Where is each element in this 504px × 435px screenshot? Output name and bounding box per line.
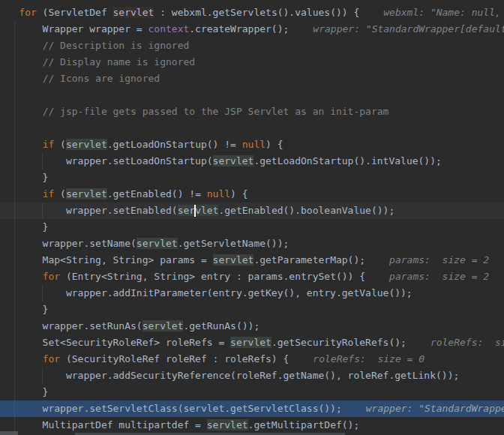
- partial-next-line-gutter-highlight: [0, 431, 18, 435]
- code-token: MultipartDef multipartdef =: [0, 419, 207, 430]
- code-line[interactable]: Map<String, String> params = servlet.get…: [0, 252, 504, 268]
- code-token: .getParameterMap();: [254, 254, 365, 266]
- code-token: [0, 56, 43, 68]
- code-token: (SecurityRoleRef roleRef : roleRefs) {: [60, 353, 289, 364]
- code-token: [0, 0, 19, 2]
- debugger-inline-value-hint: roleRefs: size = 0: [313, 353, 424, 364]
- debugger-inline-value-hint: wrapper: "StandardWrapper[defaul: [366, 403, 504, 414]
- code-line[interactable]: wrapper.addSecurityReference(roleRef.get…: [0, 368, 504, 384]
- code-token: if: [43, 139, 55, 150]
- debugger-inline-value-hint: params: size = 2: [389, 254, 489, 266]
- code-token: Set<SecurityRoleRef> roleRefs =: [0, 337, 230, 348]
- code-token: [0, 353, 43, 364]
- code-token: for: [19, 0, 36, 2]
- highlighted-identifier: servlet: [230, 337, 272, 348]
- highlighted-identifier: ser: [178, 205, 195, 216]
- code-token: }: [0, 304, 48, 315]
- code-token: .getEnabled() !=: [107, 188, 207, 200]
- code-line[interactable]: // Description is ignored: [0, 38, 504, 54]
- indent-guide: [14, 21, 15, 435]
- debugger-inline-value-hint: wrapper: "StandardWrapper[default: [313, 23, 504, 34]
- code-line[interactable]: if (servlet.getLoadOnStartup() != null) …: [0, 136, 504, 153]
- code-line[interactable]: wrapper.setLoadOnStartup(servlet.getLoad…: [0, 153, 504, 170]
- indent-guide: [42, 285, 43, 302]
- indent-guide: [42, 202, 43, 219]
- code-token: ) {: [230, 188, 248, 200]
- code-token: wrapper.setEnabled(: [0, 205, 178, 216]
- code-token: wrapper.setLoadOnStartup(: [0, 155, 213, 166]
- code-line[interactable]: Set<SecurityRoleRef> roleRefs = servlet.…: [0, 334, 504, 351]
- execution-point-line[interactable]: wrapper.setServletClass(servlet.getServl…: [0, 400, 504, 417]
- code-token: ) {: [266, 139, 283, 150]
- code-token: .getLoadOnStartup() !=: [107, 139, 242, 150]
- code-line[interactable]: wrapper.setRunAs(servlet.getRunAs());: [0, 318, 504, 334]
- highlighted-identifier: servlet: [207, 419, 248, 430]
- code-token: Map<String, String> params =: [0, 254, 213, 266]
- code-token: for: [43, 271, 60, 282]
- caret-line[interactable]: wrapper.setEnabled(servlet.getEnabled().…: [0, 202, 504, 219]
- code-token: : webxml.getServlets().values()) {: [154, 7, 359, 18]
- code-token: if: [43, 188, 55, 200]
- code-line[interactable]: }: [0, 302, 504, 318]
- code-line[interactable]: MultipartDef multipartdef = servlet.getM…: [0, 417, 504, 434]
- code-line[interactable]: if (servlet.getEnabled() != null) {: [0, 186, 504, 202]
- code-line[interactable]: }: [0, 170, 504, 186]
- code-line[interactable]: for (ServletDef servlet : webxml.getServ…: [0, 4, 504, 21]
- debugger-inline-value-hint: params: size = 2: [389, 271, 489, 282]
- text-caret: [194, 205, 196, 217]
- code-editor[interactable]: for (s for (ServletDef servlet : webxml.…: [0, 0, 504, 435]
- code-token: }: [0, 221, 48, 232]
- code-line[interactable]: for (SecurityRoleRef roleRef : roleRefs)…: [0, 351, 504, 368]
- code-token: // Display name is ignored: [43, 56, 196, 68]
- code-token: (: [54, 139, 66, 150]
- code-line[interactable]: }: [0, 219, 504, 236]
- code-token: [0, 139, 43, 150]
- indent-guide: [42, 153, 43, 170]
- highlighted-identifier: servlet: [136, 238, 178, 249]
- code-token: [0, 7, 19, 18]
- code-token: .getRunAs());: [183, 320, 260, 332]
- debugger-inline-value-hint: roleRefs: size = 0: [430, 337, 504, 348]
- highlighted-identifier: servlet: [113, 7, 154, 18]
- debugger-inline-value-hint: webxml: "Name: null,: [383, 7, 504, 18]
- code-token: }: [0, 386, 48, 398]
- code-token: (s: [37, 0, 54, 2]
- code-token: [0, 271, 43, 282]
- code-token: wrapper.addInitParameter(entry.getKey(),…: [0, 287, 412, 298]
- code-line[interactable]: Wrapper wrapper = context.createWrapper(…: [0, 21, 504, 38]
- code-line[interactable]: // Display name is ignored: [0, 54, 504, 70]
- code-token: (ServletDef: [37, 7, 113, 18]
- highlighted-identifier: vlet: [195, 205, 218, 216]
- code-token: .getSecurityRoleRefs();: [272, 337, 406, 348]
- highlighted-identifier: servlet: [213, 155, 254, 166]
- code-token: context: [148, 23, 190, 34]
- code-token: Wrapper wrapper =: [0, 23, 148, 34]
- code-token: [0, 188, 43, 200]
- code-line[interactable]: wrapper.addInitParameter(entry.getKey(),…: [0, 285, 504, 302]
- code-line[interactable]: // jsp-file gets passed to the JSP Servl…: [0, 104, 504, 120]
- highlighted-identifier: servlet: [142, 320, 184, 332]
- code-line[interactable]: [0, 120, 504, 136]
- code-token: for: [43, 353, 60, 364]
- code-token: [0, 40, 43, 51]
- code-token: [0, 106, 43, 117]
- code-line[interactable]: for (Entry<String, String> entry : param…: [0, 268, 504, 285]
- code-token: wrapper.addSecurityReference(roleRef.get…: [0, 370, 459, 381]
- code-token: (: [54, 188, 66, 200]
- code-token: for: [19, 7, 36, 18]
- code-token: [0, 73, 43, 84]
- code-token: .getMultipartDef();: [248, 419, 360, 430]
- code-line[interactable]: }: [0, 384, 504, 400]
- code-line[interactable]: // Icons are ignored: [0, 70, 504, 87]
- code-token: // Icons are ignored: [43, 73, 160, 84]
- code-token: .getServletName());: [178, 238, 290, 249]
- code-token: .getLoadOnStartup().intValue());: [254, 155, 441, 166]
- highlighted-identifier: servlet: [66, 188, 107, 200]
- code-token: wrapper.setName(: [0, 238, 136, 249]
- code-token: wrapper.setRunAs(: [0, 320, 142, 332]
- code-line[interactable]: [0, 87, 504, 104]
- highlighted-identifier: servlet: [66, 139, 107, 150]
- highlighted-identifier: servlet: [213, 254, 254, 266]
- code-line[interactable]: wrapper.setName(servlet.getServletName()…: [0, 236, 504, 252]
- code-token: .createWrapper();: [189, 23, 289, 34]
